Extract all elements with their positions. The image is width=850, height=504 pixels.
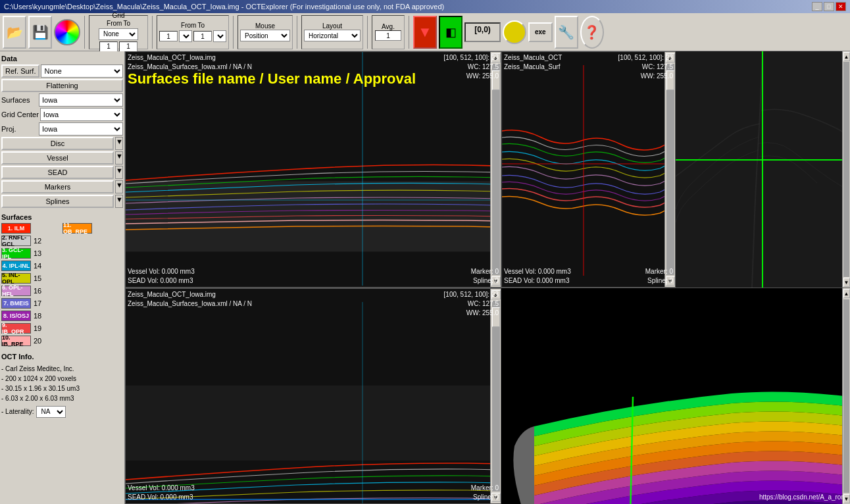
- oct-info-label: OCT Info.: [1, 351, 123, 363]
- scroll-track2[interactable]: [666, 64, 674, 275]
- oct-view-3[interactable]: Zeiss_Macula_OCT_Iowa.img Zeiss_Macula_S…: [125, 288, 501, 504]
- mouse-group: Mouse Position: [238, 15, 293, 49]
- ref-surf-select[interactable]: None: [41, 64, 123, 78]
- oct2-scrollbar[interactable]: ▲ ▼: [664, 52, 675, 287]
- surface-color-5[interactable]: 5. INL-OPL: [1, 273, 31, 284]
- settings-button[interactable]: 🔧: [555, 16, 578, 49]
- content-area: Zeiss_Macula_OCT_Iowa.img Zeiss_Macula_S…: [125, 51, 850, 504]
- top-row: Zeiss_Macula_OCT_Iowa.img Zeiss_Macula_S…: [125, 51, 850, 288]
- oct1-ww: WW: 255.0: [444, 72, 499, 81]
- 3d-view[interactable]: https://blog.csdn.net/A_a_ron ▲ ▼: [501, 288, 850, 504]
- to2-label: To: [197, 22, 205, 29]
- surface-color-1[interactable]: 1. ILM: [1, 223, 31, 234]
- 3d-scrollbar[interactable]: ▲ ▼: [842, 288, 850, 504]
- minimize-button[interactable]: _: [812, 2, 822, 11]
- sead-button[interactable]: SEAD: [1, 166, 114, 179]
- oct-view-2[interactable]: Zeiss_Macula_OCT Zeiss_Macula_Surf [100,…: [501, 51, 676, 288]
- splines-button[interactable]: Splines: [1, 195, 114, 208]
- color-wheel-button[interactable]: [54, 19, 80, 45]
- oct3-surfaces: Zeiss_Macula_Surfaces_Iowa.xml / NA / N: [128, 299, 252, 309]
- to-input1[interactable]: [119, 41, 138, 52]
- scroll-track[interactable]: [492, 64, 500, 275]
- vessel-button[interactable]: Vessel: [1, 151, 114, 164]
- sead-row: SEAD ▼: [1, 166, 123, 179]
- proj-select[interactable]: Iowa: [39, 122, 123, 136]
- surface-num-3: 13: [34, 249, 41, 257]
- exe-button[interactable]: exe: [528, 22, 553, 42]
- markers-expand[interactable]: ▼: [115, 180, 123, 193]
- mouse-label: Mouse: [255, 22, 275, 30]
- 3d-svg: [501, 288, 850, 504]
- laterality-select[interactable]: NA: [36, 406, 66, 418]
- layout-select[interactable]: Horizontal: [304, 30, 361, 41]
- oct1-scrollbar[interactable]: ▲ ▼: [490, 52, 501, 287]
- green-mode-button[interactable]: ◧: [439, 16, 463, 49]
- proj-label: Proj.: [1, 125, 38, 133]
- close-button[interactable]: ✕: [836, 2, 846, 11]
- oct1-bottom-right: Marker: 0 Spline: 0: [471, 267, 499, 286]
- markers-button[interactable]: Markers: [1, 180, 114, 193]
- surface-color-8[interactable]: 8. IS/OSJ: [1, 311, 31, 321]
- avg-input[interactable]: [375, 30, 401, 41]
- arrow-select[interactable]: ▼: [179, 30, 192, 42]
- oct2-info-left: Zeiss_Macula_OCT Zeiss_Macula_Surf: [504, 53, 562, 72]
- oct3-bottom-right: Marker: 0 Spline: 0: [471, 484, 499, 502]
- scroll-track3[interactable]: [492, 301, 500, 491]
- surfaces-select[interactable]: Iowa: [39, 93, 123, 107]
- to-label: To: [123, 20, 130, 27]
- surface-color-7[interactable]: 7. BMEIS: [1, 298, 31, 309]
- oct3-scrollbar[interactable]: ▲ ▼: [490, 289, 501, 503]
- surface-color-10[interactable]: 10. IB_RPE: [1, 336, 31, 346]
- arrow-select2[interactable]: ▼: [213, 30, 226, 42]
- fundus-scroll-track[interactable]: [843, 62, 849, 277]
- grid-center-select[interactable]: Iowa: [40, 108, 123, 121]
- surface-num-5: 15: [34, 274, 41, 282]
- flattening-button[interactable]: Flattening: [1, 79, 123, 92]
- oct1-coord: [100, 512, 100]: 23: [444, 53, 499, 63]
- maximize-button[interactable]: □: [824, 2, 834, 11]
- filter-button[interactable]: ▼: [413, 16, 437, 49]
- mouse-select[interactable]: Position: [240, 30, 290, 41]
- oct2-vessel: Vessel Vol: 0.000 mm3: [504, 267, 571, 276]
- from-input1[interactable]: [99, 41, 118, 52]
- fundus-view[interactable]: ▲ ▼: [676, 51, 850, 288]
- to-input2[interactable]: [193, 31, 212, 41]
- fundus-scroll-up[interactable]: ▲: [843, 52, 850, 61]
- surface-color-4[interactable]: 4. IPL-INL: [1, 261, 31, 271]
- ref-surf-row: Ref. Surf. None: [1, 64, 123, 78]
- help-button[interactable]: ❓: [580, 16, 604, 49]
- 3d-scroll-track[interactable]: [843, 299, 849, 493]
- surface-num-6: 16: [34, 287, 41, 295]
- surface-color-3[interactable]: 3. GCL-IPL: [1, 248, 31, 259]
- splines-expand[interactable]: ▼: [115, 195, 123, 208]
- surface-item-dummy7: [63, 310, 123, 322]
- oct2-wc: WC: 127.5: [618, 63, 673, 72]
- surface-color-9[interactable]: 9. IB_OPR: [1, 323, 31, 334]
- oct2-info-right: [100, 512, 100]: 23 WC: 127.5 WW: 255.0: [618, 53, 673, 81]
- surface-color-11[interactable]: 11. OB_RPE: [63, 223, 92, 234]
- mode-icon: ◧: [445, 25, 457, 39]
- surface-num-4: 14: [34, 262, 41, 270]
- oct3-coord: [100, 512, 100]: 23: [444, 290, 499, 299]
- svg-rect-11: [126, 386, 501, 461]
- fundus-scroll-down[interactable]: ▼: [843, 278, 850, 287]
- ref-surf-button[interactable]: Ref. Surf.: [1, 64, 39, 78]
- open-file-button[interactable]: 📂: [3, 16, 26, 49]
- fundus-scrollbar[interactable]: ▲ ▼: [842, 51, 850, 288]
- surface-item-10: 10. IB_RPE 20: [1, 335, 62, 347]
- oct-view-1[interactable]: Zeiss_Macula_OCT_Iowa.img Zeiss_Macula_S…: [125, 51, 501, 288]
- yellow-button[interactable]: [503, 20, 526, 44]
- from-input2[interactable]: [159, 31, 178, 41]
- 3d-scroll-up[interactable]: ▲: [843, 289, 850, 298]
- sead-expand[interactable]: ▼: [115, 166, 123, 179]
- grid-select[interactable]: None: [99, 28, 138, 40]
- oct2-marker: Marker: 0: [645, 267, 673, 276]
- vessel-expand[interactable]: ▼: [115, 151, 123, 164]
- window-title: C:\Users\kyungmle\Desktop\Zeiss_Macula\Z…: [4, 3, 444, 11]
- disc-expand[interactable]: ▼: [115, 137, 123, 150]
- disc-button[interactable]: Disc: [1, 137, 114, 150]
- surface-color-2[interactable]: 2. RNFL-GCL: [1, 236, 31, 246]
- save-button[interactable]: 💾: [28, 16, 52, 49]
- surfaces-row: Surfaces Iowa: [1, 93, 123, 107]
- surface-color-6[interactable]: 6. OPL-HFL: [1, 286, 31, 296]
